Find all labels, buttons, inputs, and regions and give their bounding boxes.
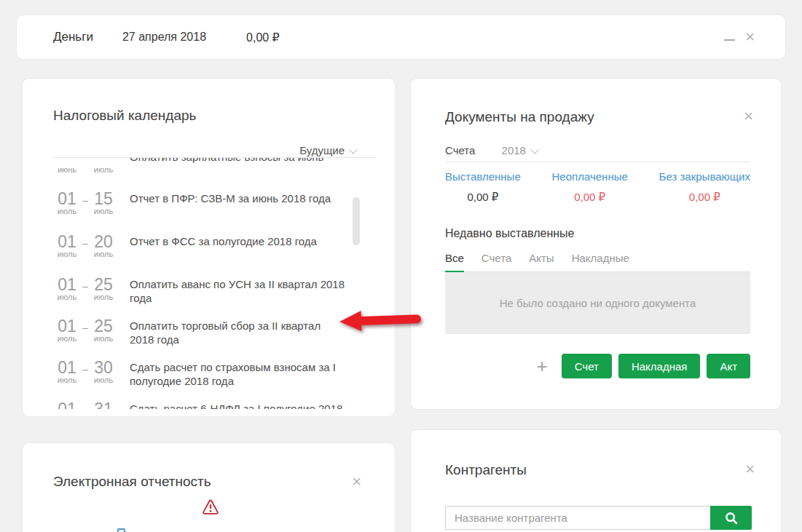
start-month: июль	[53, 334, 81, 344]
arrow-body	[359, 314, 421, 325]
end-day: 25	[90, 277, 117, 293]
date-range: 01июль – 20июль	[53, 234, 122, 259]
end-month: июль	[90, 165, 117, 175]
tab-scheta[interactable]: Счета	[481, 252, 511, 271]
money-widget-amount: 0,00 ₽	[246, 31, 280, 44]
end-day: 30	[90, 360, 117, 376]
table-row[interactable]: 01июль – 30июль Сдать расчет по страховы…	[53, 360, 362, 388]
warning-triangle-icon	[202, 499, 219, 518]
task-text[interactable]: Сдать расчет 6-НДФЛ за I полугодие 2018	[122, 401, 347, 409]
start-day: 01	[53, 401, 81, 409]
stat-no-closing: Без закрывающих 0,00 ₽	[659, 170, 750, 204]
close-icon[interactable]: ×	[745, 464, 755, 475]
empty-state-text: Не было создано ни одного документа	[500, 297, 696, 309]
money-widget-title: Деньги	[53, 30, 93, 44]
tab-akty[interactable]: Акты	[529, 252, 554, 271]
create-nakladnaya-button[interactable]: Накладная	[618, 354, 701, 378]
start-day	[53, 158, 81, 165]
table-row-arrow-target[interactable]: 01июль – 25июль Оплатить торговый сбор з…	[53, 318, 362, 346]
stat-value-unpaid: 0,00 ₽	[552, 191, 628, 204]
year-dropdown[interactable]: 2018	[502, 144, 538, 156]
tax-calendar-list: июнь – июль Оплатить зарплатные взносы з…	[53, 158, 362, 409]
close-icon[interactable]: ×	[745, 31, 755, 43]
sales-documents-title: Документы на продажу	[445, 109, 594, 125]
stat-unpaid: Неоплаченные 0,00 ₽	[552, 170, 628, 204]
contractors-title: Контрагенты	[445, 462, 527, 478]
stat-value-issued: 0,00 ₽	[445, 191, 521, 204]
task-text[interactable]: Оплатить аванс по УСН за II квартал 2018…	[122, 277, 347, 305]
start-day: 01	[53, 360, 81, 376]
calendar-filter-label: Будущие	[299, 144, 345, 156]
search-icon	[724, 511, 739, 525]
start-day: 01	[53, 318, 81, 334]
search-button[interactable]	[710, 506, 752, 530]
add-plus-icon[interactable]: +	[536, 354, 547, 378]
date-range: 01июль – 25июль	[53, 318, 122, 346]
table-row[interactable]: 01июль – 31июль Сдать расчет 6-НДФЛ за I…	[53, 401, 362, 409]
empty-state-box: Не было создано ни одного документа	[445, 272, 750, 334]
table-row[interactable]: 01июль – 25июль Оплатить аванс по УСН за…	[53, 277, 362, 305]
start-month: июнь	[53, 165, 81, 175]
tab-vse[interactable]: Все	[445, 252, 464, 273]
contractors-widget: Контрагенты ×	[410, 429, 782, 532]
stat-link-no-closing[interactable]: Без закрывающих	[659, 170, 750, 183]
close-icon[interactable]: ×	[744, 111, 753, 122]
contractor-search-input[interactable]	[445, 506, 710, 530]
task-text[interactable]: Отчет в ПФР: СЗВ-М за июнь 2018 года	[122, 191, 347, 216]
start-day: 01	[53, 277, 81, 293]
calendar-filter-dropdown[interactable]: Будущие	[299, 144, 356, 156]
clipped-blue-link-icon	[117, 528, 125, 532]
end-day	[90, 158, 117, 165]
minimize-icon[interactable]	[724, 39, 735, 41]
arrow-head-icon	[339, 311, 362, 332]
dash: –	[81, 360, 90, 388]
tax-calendar-widget: Налоговый календарь Будущие июнь – июль …	[22, 78, 396, 417]
end-month: июль	[90, 334, 117, 344]
table-row[interactable]: 01июль – 15июль Отчет в ПФР: СЗВ-М за ию…	[53, 191, 362, 216]
close-icon[interactable]: ×	[352, 476, 361, 488]
start-day: 01	[53, 191, 81, 207]
tab-nakladnye[interactable]: Накладные	[572, 252, 629, 271]
e-reporting-title: Электронная отчетность	[53, 474, 211, 490]
end-day: 15	[90, 191, 117, 207]
start-month: июль	[53, 376, 81, 385]
year-label: 2018	[502, 144, 526, 156]
date-range: 01июль – 31июль	[53, 401, 122, 409]
end-month: июль	[90, 293, 117, 302]
red-arrow-annotation	[339, 309, 423, 332]
doc-type-label: Счета	[445, 144, 475, 156]
date-range: июнь – июль	[53, 158, 122, 175]
stat-issued: Выставленные 0,00 ₽	[445, 170, 521, 204]
end-month: июль	[90, 250, 117, 259]
create-akt-button[interactable]: Акт	[707, 354, 750, 378]
end-day: 20	[90, 234, 117, 250]
sales-documents-widget: Документы на продажу × Счета 2018 Выстав…	[410, 78, 782, 410]
money-widget-date: 27 апреля 2018	[122, 31, 206, 44]
dash: –	[81, 401, 90, 409]
chevron-down-icon	[530, 146, 538, 154]
task-text[interactable]: Отчет в ФСС за полугодие 2018 года	[122, 234, 347, 259]
task-text[interactable]: Оплатить торговый сбор за II квартал 201…	[122, 318, 347, 346]
task-text[interactable]: Сдать расчет по страховым взносам за I п…	[122, 360, 347, 388]
chevron-down-icon	[349, 146, 357, 154]
date-range: 01июль – 15июль	[53, 191, 122, 216]
dash: –	[81, 234, 90, 259]
table-row[interactable]: 01июль – 20июль Отчет в ФСС за полугодие…	[53, 234, 362, 259]
divider	[445, 162, 750, 162]
end-month: июль	[90, 207, 117, 216]
stat-link-issued[interactable]: Выставленные	[445, 170, 521, 183]
task-text[interactable]: Оплатить зарплатные взносы за июнь	[122, 158, 347, 175]
money-widget-bar: Деньги 27 апреля 2018 0,00 ₽ ×	[16, 15, 786, 60]
e-reporting-widget: Электронная отчетность ×	[22, 442, 396, 532]
end-day: 31	[90, 401, 117, 409]
start-day: 01	[53, 234, 81, 250]
end-day: 25	[90, 318, 117, 334]
scrollbar-thumb[interactable]	[353, 197, 360, 245]
recent-issued-title: Недавно выставленные	[445, 227, 575, 240]
end-month: июль	[90, 376, 117, 385]
start-month: июль	[53, 293, 81, 302]
create-schet-button[interactable]: Счет	[562, 354, 612, 378]
stat-link-unpaid[interactable]: Неоплаченные	[552, 170, 628, 183]
dash: –	[81, 191, 90, 216]
table-row[interactable]: июнь – июль Оплатить зарплатные взносы з…	[53, 158, 362, 175]
